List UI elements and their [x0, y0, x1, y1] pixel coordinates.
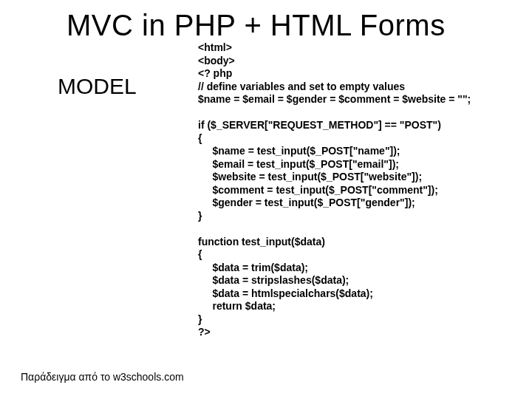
page-title: MVC in PHP + HTML Forms — [66, 9, 446, 42]
footnote: Παράδειγμα από το w3schools.com — [21, 371, 184, 383]
slide: MVC in PHP + HTML Forms MODEL <html> <bo… — [0, 0, 532, 399]
code-block: <html> <body> <? php // define variables… — [198, 41, 508, 339]
model-heading: MODEL — [58, 74, 137, 99]
